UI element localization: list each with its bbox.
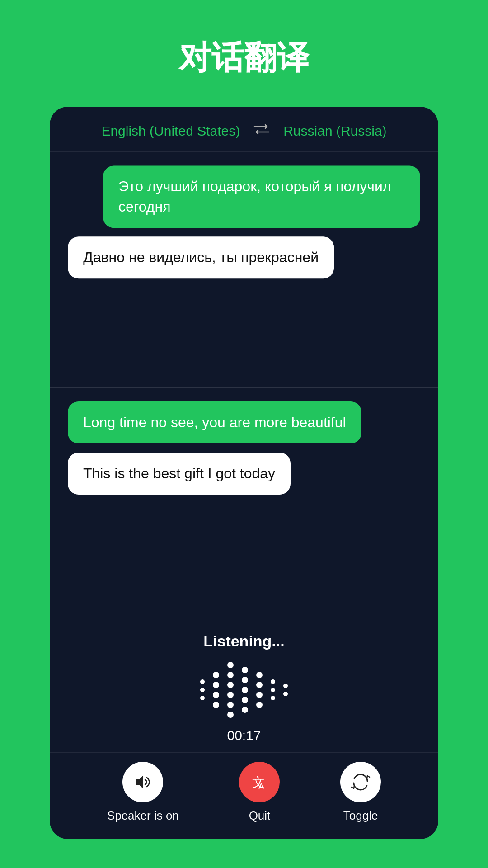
waveform-dot <box>242 667 248 673</box>
translate-icon: 文 A <box>249 772 269 792</box>
speaker-button[interactable] <box>122 762 163 802</box>
quit-label: Quit <box>249 809 271 823</box>
waveform-dot <box>227 712 234 718</box>
wave-col <box>256 672 263 708</box>
waveform-dot <box>256 672 263 678</box>
waveform-dot <box>242 697 248 703</box>
quit-control: 文 A Quit <box>239 762 280 823</box>
swap-languages-icon[interactable] <box>253 123 270 139</box>
list-item: Это лучший подарок, который я получил се… <box>103 165 420 228</box>
toggle-button[interactable] <box>340 762 381 802</box>
waveform-dot <box>213 682 219 688</box>
waveform-dot <box>213 672 219 678</box>
quit-button[interactable]: 文 A <box>239 762 280 802</box>
wave-col <box>271 679 275 700</box>
svg-text:A: A <box>258 782 264 791</box>
list-item: This is the best gift I got today <box>68 453 291 495</box>
waveform-dot <box>256 682 263 688</box>
waveform-dot <box>242 677 248 683</box>
waveform-dot <box>213 702 219 708</box>
waveform-dot <box>283 684 288 688</box>
list-item: Давно не виделись, ты прекрасней <box>68 237 334 279</box>
toggle-icon <box>351 772 371 792</box>
messages-bottom-area: Long time no see, you are more beautiful… <box>50 387 438 623</box>
waveform-dot <box>271 696 275 700</box>
waveform <box>68 658 420 722</box>
speaker-control: Speaker is on <box>107 762 179 823</box>
waveform-dot <box>256 692 263 698</box>
wave-col <box>283 684 288 696</box>
waveform-dot <box>271 688 275 692</box>
waveform-dot <box>227 692 234 698</box>
wave-col <box>200 679 205 700</box>
toggle-label: Toggle <box>343 809 378 823</box>
waveform-dot <box>227 682 234 688</box>
wave-col <box>242 667 248 713</box>
controls-bar: Speaker is on 文 A Quit <box>50 752 438 839</box>
waveform-dot <box>242 687 248 693</box>
waveform-dot <box>200 696 205 700</box>
speaker-icon <box>133 772 153 792</box>
waveform-dot <box>256 702 263 708</box>
waveform-dot <box>242 707 248 713</box>
page-title: 对话翻译 <box>179 36 309 80</box>
main-card: English (United States) Russian (Russia)… <box>50 107 438 839</box>
listening-section: Listening... <box>50 623 438 752</box>
waveform-dot <box>200 679 205 684</box>
waveform-dot <box>200 688 205 692</box>
timer-display: 00:17 <box>227 728 261 743</box>
toggle-control: Toggle <box>340 762 381 823</box>
source-language[interactable]: English (United States) <box>101 123 240 139</box>
speaker-label: Speaker is on <box>107 809 179 823</box>
list-item: Long time no see, you are more beautiful <box>68 401 361 443</box>
wave-col <box>227 662 234 718</box>
waveform-dot <box>213 692 219 698</box>
waveform-dot <box>227 672 234 678</box>
waveform-dot <box>227 702 234 708</box>
waveform-dot <box>227 662 234 668</box>
waveform-dot <box>283 692 288 696</box>
messages-top-area: Давно не виделись, ты прекрасней Это луч… <box>50 152 438 387</box>
listening-status: Listening... <box>203 632 284 650</box>
language-bar: English (United States) Russian (Russia) <box>50 107 438 152</box>
wave-col <box>213 672 219 708</box>
target-language[interactable]: Russian (Russia) <box>283 123 386 139</box>
waveform-dot <box>271 679 275 684</box>
